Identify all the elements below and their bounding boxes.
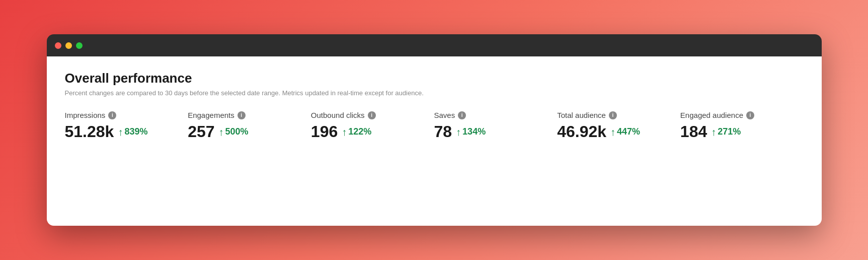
metric-label-saves: Savesi: [434, 111, 547, 119]
page-subtitle: Percent changes are compared to 30 days …: [65, 89, 804, 97]
metric-label-outbound-clicks: Outbound clicksi: [311, 111, 424, 119]
info-icon-engaged-audience[interactable]: i: [746, 111, 754, 119]
metric-item-total-audience: Total audiencei46.92k↑447%: [557, 111, 680, 141]
arrow-up-icon-total-audience: ↑: [610, 127, 615, 137]
arrow-up-icon-engagements: ↑: [219, 127, 224, 137]
page-title: Overall performance: [65, 71, 804, 86]
metric-change-outbound-clicks: ↑122%: [342, 126, 371, 137]
info-icon-total-audience[interactable]: i: [609, 111, 617, 119]
metric-change-engagements: ↑500%: [219, 126, 249, 137]
metric-label-text-engaged-audience: Engaged audience: [680, 111, 743, 119]
arrow-up-icon-outbound-clicks: ↑: [342, 127, 347, 137]
metric-value-row-engagements: 257↑500%: [188, 122, 301, 141]
info-icon-impressions[interactable]: i: [108, 111, 116, 119]
arrow-up-icon-impressions: ↑: [118, 127, 123, 137]
metric-value-row-outbound-clicks: 196↑122%: [311, 122, 424, 141]
browser-titlebar: [47, 34, 822, 56]
metric-change-impressions: ↑839%: [118, 126, 147, 137]
metric-change-pct-impressions: 839%: [124, 126, 147, 137]
metric-label-engagements: Engagementsi: [188, 111, 301, 119]
metric-value-saves: 78: [434, 122, 452, 141]
metric-item-engaged-audience: Engaged audiencei184↑271%: [680, 111, 804, 141]
arrow-up-icon-saves: ↑: [456, 127, 461, 137]
metric-item-impressions: Impressionsi51.28k↑839%: [65, 111, 188, 141]
metric-value-total-audience: 46.92k: [557, 122, 606, 141]
info-icon-saves[interactable]: i: [458, 111, 466, 119]
metric-label-text-outbound-clicks: Outbound clicks: [311, 111, 365, 119]
metric-change-pct-outbound-clicks: 122%: [348, 126, 371, 137]
metric-value-row-saves: 78↑134%: [434, 122, 547, 141]
metric-value-row-engaged-audience: 184↑271%: [680, 122, 794, 141]
metric-value-impressions: 51.28k: [65, 122, 114, 141]
traffic-light-green[interactable]: [76, 42, 83, 49]
metric-change-pct-saves: 134%: [462, 126, 486, 137]
traffic-light-red[interactable]: [55, 42, 61, 49]
metric-label-text-impressions: Impressions: [65, 111, 106, 119]
metric-change-pct-engagements: 500%: [225, 126, 249, 137]
metric-value-engaged-audience: 184: [680, 122, 707, 141]
browser-window: Overall performance Percent changes are …: [47, 34, 822, 226]
metrics-row: Impressionsi51.28k↑839%Engagementsi257↑5…: [65, 111, 804, 141]
metric-label-engaged-audience: Engaged audiencei: [680, 111, 794, 119]
metric-value-outbound-clicks: 196: [311, 122, 338, 141]
info-icon-outbound-clicks[interactable]: i: [368, 111, 376, 119]
metric-label-text-saves: Saves: [434, 111, 455, 119]
metric-value-engagements: 257: [188, 122, 214, 141]
metric-change-saves: ↑134%: [456, 126, 486, 137]
metric-value-row-total-audience: 46.92k↑447%: [557, 122, 670, 141]
metric-label-impressions: Impressionsi: [65, 111, 178, 119]
info-icon-engagements[interactable]: i: [238, 111, 246, 119]
metric-change-pct-total-audience: 447%: [617, 126, 640, 137]
metric-label-text-engagements: Engagements: [188, 111, 234, 119]
metric-item-saves: Savesi78↑134%: [434, 111, 558, 141]
metric-item-outbound-clicks: Outbound clicksi196↑122%: [311, 111, 434, 141]
browser-content: Overall performance Percent changes are …: [47, 56, 822, 226]
metric-change-pct-engaged-audience: 271%: [718, 126, 741, 137]
metric-change-engaged-audience: ↑271%: [711, 126, 741, 137]
metric-item-engagements: Engagementsi257↑500%: [188, 111, 311, 141]
metric-value-row-impressions: 51.28k↑839%: [65, 122, 178, 141]
metric-label-total-audience: Total audiencei: [557, 111, 670, 119]
traffic-light-yellow[interactable]: [65, 42, 72, 49]
metric-label-text-total-audience: Total audience: [557, 111, 606, 119]
arrow-up-icon-engaged-audience: ↑: [711, 127, 716, 137]
metric-change-total-audience: ↑447%: [610, 126, 640, 137]
